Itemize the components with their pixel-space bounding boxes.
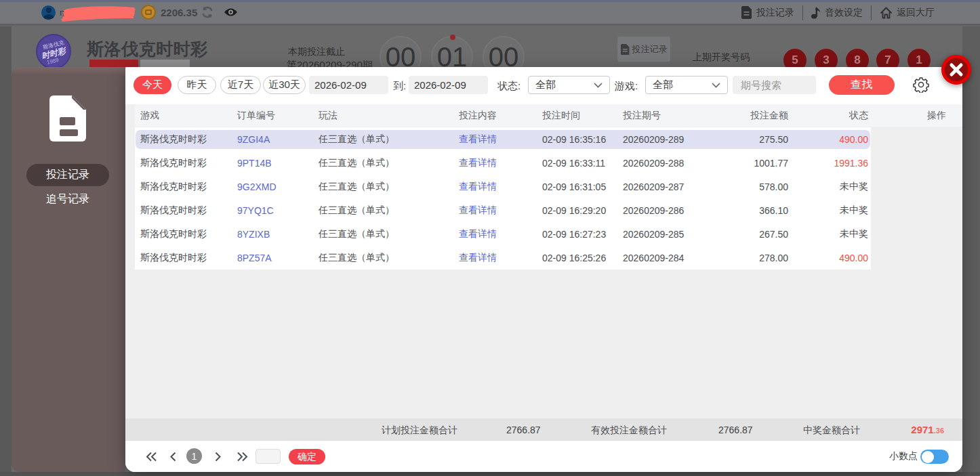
col-header-game: 游戏 (135, 110, 232, 122)
game-logo-badge: 斯洛伐克 时时彩 1989 (36, 34, 71, 69)
filter-today-button[interactable]: 今天 (134, 76, 171, 94)
cell-play-type: 任三直选（单式） (313, 204, 453, 217)
cell-view-details-link[interactable]: 查看详情 (453, 157, 537, 169)
nav-back-to-lobby-label: 返回大厅 (897, 7, 935, 19)
chevron-down-icon (712, 83, 720, 88)
goto-page-input[interactable] (256, 449, 281, 464)
cell-status: 未中奖 (791, 228, 871, 240)
cell-order-link[interactable]: 9PT14B (232, 158, 313, 169)
col-header-action: 操作 (871, 110, 962, 122)
cell-view-details-link[interactable]: 查看详情 (453, 133, 537, 146)
page-bottom-gutter (0, 472, 980, 476)
table-row[interactable]: 斯洛伐克时时彩8PZ57A任三直选（单式）查看详情02-09 16:25:262… (135, 246, 871, 269)
cell-amount: 275.50 (735, 134, 791, 145)
cell-status: 未中奖 (791, 181, 871, 193)
cell-amount: 366.10 (735, 205, 791, 216)
table-row[interactable]: 斯洛伐克时时彩9PT14B任三直选（单式）查看详情02-09 16:33:112… (135, 151, 871, 175)
current-page-badge[interactable]: 1 (186, 448, 202, 464)
cell-issue: 20260209-284 (620, 253, 735, 263)
cell-view-details-link[interactable]: 查看详情 (453, 228, 537, 240)
decimal-toggle-switch[interactable] (920, 450, 949, 464)
bet-records-button-label: 投注记录 (632, 43, 668, 56)
plan-total-value: 2766.87 (506, 425, 541, 435)
toggle-knob (922, 451, 934, 463)
cell-issue: 20260209-285 (620, 229, 735, 240)
cell-view-details-link[interactable]: 查看详情 (453, 204, 537, 217)
filter-30days-button[interactable]: 近30天 (263, 76, 306, 94)
filter-7days-button[interactable]: 近7天 (220, 76, 261, 94)
last-draw-label: 上期开奖号码 (693, 51, 750, 64)
game-title: 斯洛伐克时时彩 (87, 38, 208, 60)
cell-order-link[interactable]: 97YQ1C (232, 205, 313, 216)
bet-records-modal: 今天 昨天 近7天 近30天 到: 状态: 全部 游戏: 全部 查找 (125, 67, 962, 472)
cell-issue: 20260209-288 (620, 158, 735, 169)
table-row[interactable]: 斯洛伐克时时彩9ZGI4A任三直选（单式）查看详情02-09 16:35:162… (135, 127, 871, 151)
modal-close-button[interactable] (941, 55, 971, 85)
cell-order-link[interactable]: 9G2XMD (232, 181, 313, 192)
valid-total-value: 2766.87 (718, 425, 753, 435)
prev-page-button[interactable] (166, 450, 180, 463)
nav-sound-settings[interactable]: 音效设定 (811, 6, 863, 19)
cell-game: 斯洛伐克时时彩 (135, 228, 232, 240)
nav-bet-records[interactable]: 投注记录 (741, 6, 794, 19)
user-avatar-icon[interactable] (41, 5, 56, 20)
cell-bet-time: 02-09 16:25:26 (537, 253, 620, 263)
modal-sidebar: 投注记录 追号记录 (12, 67, 125, 472)
first-page-button[interactable] (144, 450, 158, 463)
screen: na 2206.35 投注记录 音效设定 返 (0, 0, 980, 476)
nav-back-to-lobby[interactable]: 返回大厅 (880, 7, 935, 19)
balance-amount: 2206.35 (161, 7, 197, 18)
col-header-content: 投注内容 (453, 110, 537, 122)
cell-issue: 20260209-289 (620, 134, 735, 145)
cell-bet-time: 02-09 16:31:05 (537, 181, 620, 192)
navbar-menu: 投注记录 音效设定 返回大厅 (741, 0, 935, 25)
cell-issue: 20260209-287 (620, 181, 735, 192)
music-note-icon (811, 6, 821, 19)
cell-play-type: 任三直选（单式） (313, 181, 453, 193)
cell-order-link[interactable]: 8PZ57A (232, 253, 313, 263)
cell-view-details-link[interactable]: 查看详情 (453, 181, 537, 193)
cell-status: 1991.36 (791, 158, 871, 169)
find-button[interactable]: 查找 (829, 75, 895, 95)
bet-records-button-dimmed[interactable]: 投注记录 (617, 37, 670, 62)
col-header-time: 投注时间 (537, 110, 620, 122)
hide-balance-eye-icon[interactable] (224, 7, 238, 18)
last-page-button[interactable] (235, 450, 249, 463)
date-to-input[interactable] (409, 76, 488, 94)
sidebar-tab-chase-records[interactable]: 追号记录 (26, 189, 109, 209)
records-document-icon (49, 95, 86, 142)
filter-yesterday-button[interactable]: 昨天 (178, 76, 216, 94)
issue-search-input[interactable] (733, 76, 816, 94)
goto-page-confirm-button[interactable]: 确定 (289, 449, 325, 464)
col-header-amount: 投注金额 (735, 110, 791, 122)
cell-game: 斯洛伐克时时彩 (135, 204, 232, 217)
sidebar-top-tint (12, 67, 125, 75)
document-icon (741, 6, 752, 19)
cell-game: 斯洛伐克时时彩 (135, 157, 232, 169)
table-row[interactable]: 斯洛伐克时时彩8YZIXB任三直选（单式）查看详情02-09 16:27:232… (135, 222, 871, 246)
date-from-input[interactable] (309, 76, 388, 94)
cell-view-details-link[interactable]: 查看详情 (453, 252, 537, 264)
cell-bet-time: 02-09 16:33:11 (537, 158, 620, 169)
cell-amount: 267.50 (735, 229, 791, 240)
navbar-separator (871, 5, 872, 20)
cell-order-link[interactable]: 9ZGI4A (232, 134, 313, 145)
gear-icon[interactable] (912, 76, 930, 93)
sidebar-tab-bet-records[interactable]: 投注记录 (26, 164, 109, 186)
nav-sound-settings-label: 音效设定 (825, 7, 863, 19)
col-header-issue: 投注期号 (620, 110, 735, 122)
username-redaction-scribble (58, 4, 137, 23)
table-row[interactable]: 斯洛伐克时时彩9G2XMD任三直选（单式）查看详情02-09 16:31:052… (135, 175, 871, 198)
plan-total-label: 计划投注金额合计 (382, 425, 457, 437)
nav-bet-records-label: 投注记录 (756, 7, 794, 19)
game-select[interactable]: 全部 (645, 76, 728, 94)
table-row[interactable]: 斯洛伐克时时彩97YQ1C任三直选（单式）查看详情02-09 16:29:202… (135, 198, 871, 222)
cell-game: 斯洛伐克时时彩 (135, 252, 232, 264)
next-page-button[interactable] (211, 450, 225, 463)
pagination-bar: 1 确定 小数点 (125, 441, 962, 472)
cell-order-link[interactable]: 8YZIXB (232, 229, 313, 240)
cell-game: 斯洛伐克时时彩 (135, 181, 232, 193)
game-filter-label: 游戏: (615, 80, 638, 93)
refresh-balance-icon[interactable] (201, 5, 214, 19)
status-select[interactable]: 全部 (528, 76, 610, 94)
